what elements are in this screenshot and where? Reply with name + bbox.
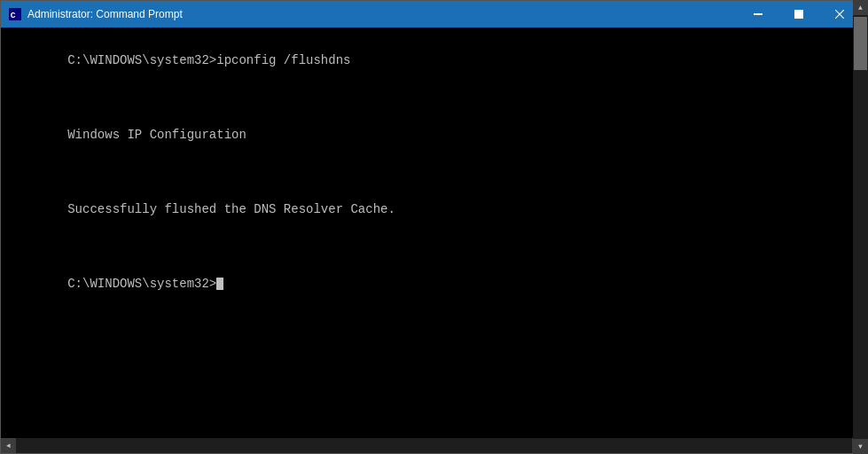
cursor bbox=[216, 278, 223, 290]
maximize-button[interactable] bbox=[778, 1, 819, 27]
window-title: Administrator: Command Prompt bbox=[27, 8, 738, 20]
svg-rect-3 bbox=[795, 11, 803, 19]
command-line: C:\WINDOWS\system32>ipconfig /flushdns bbox=[67, 53, 350, 67]
titlebar: C Administrator: Command Prompt bbox=[1, 1, 867, 27]
svg-text:C: C bbox=[11, 11, 16, 20]
scrollbar-track[interactable] bbox=[853, 27, 867, 438]
minimize-button[interactable] bbox=[738, 1, 778, 27]
success-line: Successfully flushed the DNS Resolver Ca… bbox=[67, 202, 395, 216]
console-area[interactable]: C:\WINDOWS\system32>ipconfig /flushdns W… bbox=[1, 27, 867, 438]
scroll-left-arrow[interactable]: ◄ bbox=[1, 438, 16, 453]
vertical-scrollbar[interactable]: ▲ ▼ bbox=[853, 27, 867, 438]
h-scrollbar-track[interactable] bbox=[16, 438, 852, 453]
horizontal-scrollbar[interactable]: ◄ ► bbox=[1, 438, 867, 453]
ip-config-line: Windows IP Configuration bbox=[67, 128, 246, 142]
cmd-window: C Administrator: Command Prompt bbox=[0, 0, 868, 454]
scrollbar-thumb[interactable] bbox=[854, 27, 867, 70]
window-controls bbox=[738, 1, 860, 27]
cmd-icon: C bbox=[8, 7, 22, 21]
prompt-line: C:\WINDOWS\system32> bbox=[67, 277, 223, 291]
console-output: C:\WINDOWS\system32>ipconfig /flushdns W… bbox=[8, 33, 845, 312]
svg-rect-2 bbox=[754, 14, 762, 15]
